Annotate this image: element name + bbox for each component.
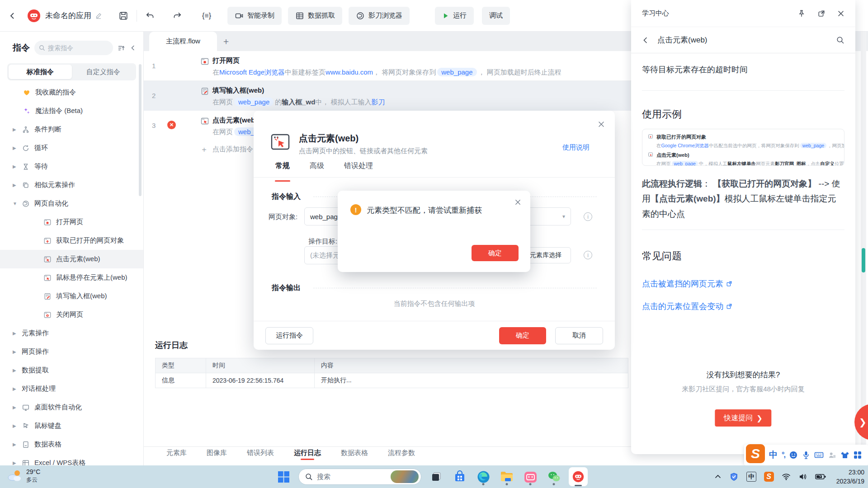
ime-language-indicator[interactable]: 中 xyxy=(746,472,756,482)
timeout-topic-text[interactable]: 等待目标元素存在的超时时间 xyxy=(642,64,748,75)
sidebar-group-wait[interactable]: ▶ 等待 xyxy=(0,157,143,176)
ime-language-toggle[interactable]: 中 xyxy=(769,449,778,461)
tab-standard-commands[interactable]: 标准指令 xyxy=(9,65,72,79)
sidebar-group-similar-elements[interactable]: ▶ 相似元素操作 xyxy=(0,176,143,194)
undo-icon[interactable] xyxy=(145,11,155,21)
quick-ask-button[interactable]: 快速提问 ❯ xyxy=(715,409,771,427)
sidebar-item-open-webpage[interactable]: 打开网页 xyxy=(0,213,143,231)
command-search[interactable] xyxy=(34,41,113,55)
run-command-button[interactable]: 运行指令 xyxy=(265,327,313,344)
dialog-ok-button[interactable]: 确定 xyxy=(499,327,546,344)
command-search-input[interactable] xyxy=(48,44,93,52)
tab-flow-params[interactable]: 流程参数 xyxy=(388,447,415,460)
taskbar-weather[interactable]: 29°C 多云 xyxy=(6,468,40,484)
open-external-icon[interactable] xyxy=(817,9,826,18)
data-capture-button[interactable]: 数据抓取 xyxy=(288,7,342,25)
search-icon[interactable] xyxy=(836,36,844,44)
sidebar-group-condition[interactable]: ▶ 条件判断 xyxy=(0,120,143,139)
sidebar-group-mouse-keyboard[interactable]: ▶ 鼠标键盘 xyxy=(0,417,143,435)
tab-error-handling[interactable]: 错误处理 xyxy=(344,161,373,177)
right-scrollbar-thumb[interactable] xyxy=(862,248,865,272)
right-scrollbar-track[interactable] xyxy=(861,32,866,445)
tab-data-table[interactable]: 数据表格 xyxy=(341,447,368,460)
save-icon[interactable] xyxy=(118,11,128,21)
run-button[interactable]: 运行 xyxy=(435,7,474,25)
sidebar-group-data-extract[interactable]: ▶ 数据提取 xyxy=(0,361,143,380)
help-link[interactable]: 使用说明 xyxy=(562,143,590,152)
debug-button[interactable]: 调试 xyxy=(482,7,510,25)
log-row[interactable]: 信息 2023-06-19 22:56:15.764 开始执行... xyxy=(156,373,628,388)
sidebar-item-close-webpage[interactable]: 关闭网页 xyxy=(0,305,143,324)
taskbar-clock[interactable]: 23:00 2023/6/19 xyxy=(836,468,864,486)
collapse-sidebar-icon[interactable] xyxy=(130,45,136,51)
edge-browser-icon[interactable] xyxy=(475,468,492,486)
faq-link-blocked-element[interactable]: 点击被遮挡的网页元素 xyxy=(642,278,732,289)
sidebar-group-web-ops[interactable]: ▶ 网页操作 xyxy=(0,343,143,361)
dialog-close-icon[interactable] xyxy=(598,121,605,128)
sidebar-group-web-automation[interactable]: ▼ 网页自动化 xyxy=(0,194,143,213)
sidebar-item-get-web-object[interactable]: 获取已打开的网页对象 xyxy=(0,231,143,250)
skin-icon[interactable] xyxy=(840,451,849,459)
sogou-logo[interactable]: S xyxy=(746,444,765,463)
tab-main-flow[interactable]: 主流程.flow xyxy=(149,32,217,51)
info-icon[interactable]: i xyxy=(584,251,592,259)
sort-icon[interactable] xyxy=(118,44,125,52)
sidebar-item-click-element[interactable]: 点击元素(web) xyxy=(0,250,143,268)
flow-step-1[interactable]: 1 打开网页 在Microsoft Edge浏览器中新建标签页www.baidu… xyxy=(144,51,631,81)
back-icon[interactable] xyxy=(642,37,649,44)
yingdao-browser-button[interactable]: 影刀浏览器 xyxy=(349,7,410,25)
sidebar-group-element-ops[interactable]: ▶ 元素操作 xyxy=(0,324,143,343)
emoji-icon[interactable] xyxy=(789,450,798,460)
wifi-icon[interactable] xyxy=(782,473,791,481)
task-view-button[interactable] xyxy=(428,468,445,486)
sidebar-group-data-table[interactable]: ▶ 数据表格 xyxy=(0,435,143,454)
tab-custom-commands[interactable]: 自定义指令 xyxy=(72,65,135,79)
sidebar-item-favorites[interactable]: 我收藏的指令 xyxy=(0,83,143,102)
smart-record-button[interactable]: 智能录制 xyxy=(227,7,282,25)
tab-run-log[interactable]: 运行日志 xyxy=(294,447,321,460)
taskbar-search[interactable]: 搜索 xyxy=(298,469,421,485)
sidebar-scrollbar[interactable] xyxy=(139,64,142,196)
learning-search-bar[interactable]: 点击元素(web) xyxy=(631,27,855,53)
microsoft-store-icon[interactable] xyxy=(451,468,468,486)
pin-icon[interactable] xyxy=(797,9,806,18)
volume-icon[interactable] xyxy=(798,473,807,481)
redo-icon[interactable] xyxy=(172,11,182,21)
yingdao-app-icon[interactable] xyxy=(569,467,588,486)
flow-step-2[interactable]: 2 填写输入框(web) 在网页web_page的输入框_wd中， 模拟人工输入… xyxy=(144,81,631,111)
sidebar-group-loop[interactable]: ▶ 循环 xyxy=(0,139,143,157)
sidebar-group-desktop-automation[interactable]: ▶ 桌面软件自动化 xyxy=(0,398,143,417)
security-shield-icon[interactable] xyxy=(729,472,739,482)
start-button[interactable] xyxy=(275,468,292,486)
sidebar-item-magic[interactable]: 魔法指令 (Beta) xyxy=(0,102,143,120)
profile-icon[interactable] xyxy=(828,451,836,459)
variables-icon[interactable]: {≡} xyxy=(202,12,211,20)
dialog-cancel-button[interactable]: 取消 xyxy=(555,327,603,344)
sidebar-item-hover-element[interactable]: 鼠标悬停在元素上(web) xyxy=(0,268,143,287)
sidebar-group-excel-wps[interactable]: ▶ Excel / WPS表格 xyxy=(0,454,143,465)
tab-element-library[interactable]: 元素库 xyxy=(166,447,187,460)
popup-ok-button[interactable]: 确定 xyxy=(472,245,519,261)
tab-image-library[interactable]: 图像库 xyxy=(207,447,227,460)
sidebar-item-fill-input[interactable]: 填写输入框(web) xyxy=(0,287,143,305)
faq-link-moving-element[interactable]: 点击的元素位置会变动 xyxy=(642,301,732,312)
add-tab-button[interactable]: ＋ xyxy=(217,32,235,51)
keyboard-icon[interactable] xyxy=(814,451,824,459)
file-explorer-icon[interactable] xyxy=(498,468,515,486)
tab-general[interactable]: 常规 xyxy=(275,161,290,177)
sidebar-group-dialog-handling[interactable]: ▶ 对话框处理 xyxy=(0,380,143,398)
info-icon[interactable]: i xyxy=(584,212,592,221)
close-panel-icon[interactable] xyxy=(837,9,844,18)
mic-icon[interactable] xyxy=(802,450,810,460)
popup-close-icon[interactable] xyxy=(514,199,521,206)
tab-error-list[interactable]: 错误列表 xyxy=(247,447,274,460)
ime-punctuation-toggle[interactable]: °, xyxy=(782,451,785,459)
edit-title-icon[interactable] xyxy=(95,12,102,19)
tab-advanced[interactable]: 高级 xyxy=(310,161,324,177)
tray-expand-icon[interactable] xyxy=(714,473,722,480)
battery-icon[interactable] xyxy=(815,473,826,480)
bilibili-icon[interactable] xyxy=(522,468,539,486)
wechat-icon[interactable] xyxy=(545,468,562,486)
ime-menu-grid-icon[interactable] xyxy=(854,451,862,459)
sogou-tray-icon[interactable]: S xyxy=(764,472,774,482)
